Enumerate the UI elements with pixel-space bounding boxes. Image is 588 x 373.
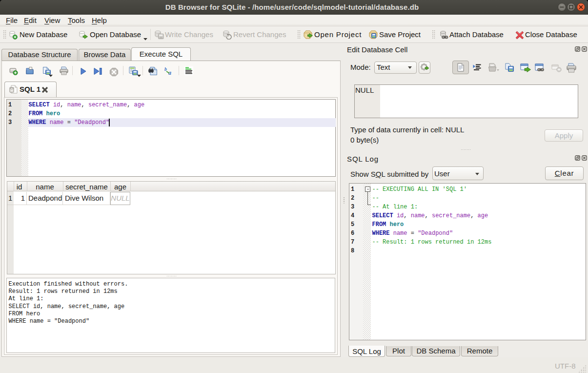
svg-text:b: b [164, 67, 167, 72]
svg-text:a: a [168, 69, 171, 75]
